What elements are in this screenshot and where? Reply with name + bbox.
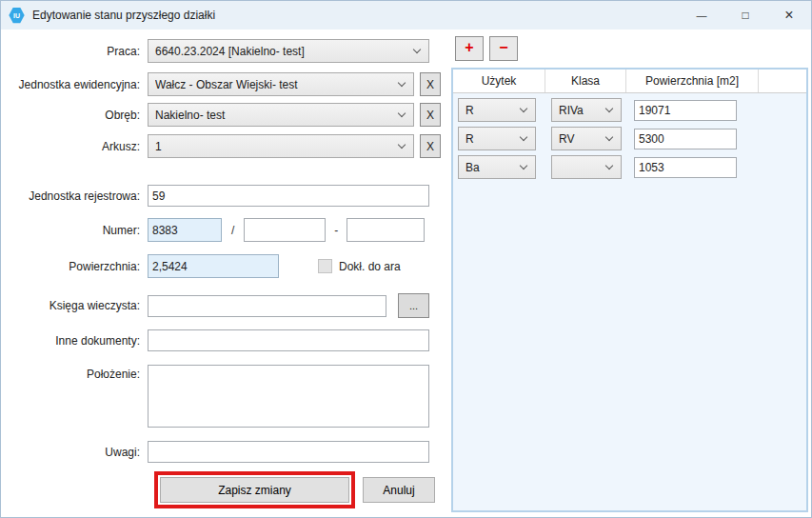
numer-separator-dash: - [334,224,338,237]
chevron-down-icon [520,162,527,169]
uzytki-panel: Użytek Klasa Powierzchnia [m2] R RIVa R … [451,68,808,512]
uwagi-input[interactable] [148,441,429,463]
uzytek-combobox[interactable]: Ba [458,155,536,179]
arkusz-label: Arkusz: [1,140,148,153]
field-row-uwagi: Uwagi: [1,441,451,463]
obreb-value: Nakielno- test [155,109,399,122]
numer-part3-input[interactable] [347,218,425,242]
dokl-do-ara-label: Dokł. do ara [339,260,401,273]
klasa-combobox[interactable]: RV [551,127,622,150]
table-header-row: Użytek Klasa Powierzchnia [m2] [453,70,806,93]
arkusz-value: 1 [155,140,399,153]
klasa-combobox[interactable] [551,155,622,179]
uzytek-value: Ba [465,161,521,174]
chevron-down-icon [398,79,406,87]
field-row-jednostka-ewidencyjna: Jednostka ewidencyjna: Wałcz - Obszar Wi… [1,72,451,96]
arkusz-clear-button[interactable]: X [420,134,441,158]
powierzchnia-m2-input[interactable] [634,129,737,149]
column-header-klasa: Klasa [545,70,626,92]
dialog-window: IU Edytowanie stanu przyszłego działki —… [0,0,812,518]
jednostka-ewidencyjna-clear-button[interactable]: X [420,72,441,96]
polozenie-textarea[interactable] [148,365,429,428]
titlebar: IU Edytowanie stanu przyszłego działki —… [1,1,811,30]
field-row-obreb: Obręb: Nakielno- test X [1,103,451,127]
table-row: R RIVa [453,98,806,122]
app-icon-text: IU [13,12,20,19]
numer-part1-input[interactable] [148,218,222,242]
uzytek-combobox[interactable]: R [458,127,536,150]
column-header-uzytek: Użytek [453,70,545,92]
chevron-down-icon [605,105,613,112]
column-header-powierzchnia: Powierzchnia [m2] [626,70,759,92]
row-toolbar: + − [455,36,518,61]
chevron-down-icon [605,162,613,169]
praca-value: 6640.23.2024 [Nakielno- test] [155,45,414,58]
field-row-inne-dokumenty: Inne dokumenty: [1,329,451,351]
ksiega-wieczysta-label: Księga wieczysta: [1,299,148,312]
field-row-numer: Numer: / - [1,218,451,242]
powierzchnia-m2-input[interactable] [634,100,737,121]
jednostka-ewidencyjna-label: Jednostka ewidencyjna: [1,78,148,91]
highlight-box: Zapisz zmiany [154,471,355,508]
maximize-icon: □ [742,9,748,22]
add-row-button[interactable]: + [455,36,484,61]
uzytek-value: R [465,132,521,146]
chevron-down-icon [520,133,527,141]
inne-dokumenty-label: Inne dokumenty: [1,334,148,348]
obreb-combobox[interactable]: Nakielno- test [148,103,414,127]
chevron-down-icon [398,110,406,117]
close-icon: × [784,7,793,24]
chevron-down-icon [520,105,527,112]
praca-combobox[interactable]: 6640.23.2024 [Nakielno- test] [148,39,429,63]
klasa-combobox[interactable]: RIVa [551,98,622,122]
cancel-button[interactable]: Anuluj [363,477,435,503]
arkusz-combobox[interactable]: 1 [148,134,414,158]
field-row-arkusz: Arkusz: 1 X [1,134,451,158]
field-row-ksiega-wieczysta: Księga wieczysta: ... [1,293,451,318]
chevron-down-icon [398,141,406,149]
powierzchnia-label: Powierzchnia: [1,260,148,273]
powierzchnia-m2-input[interactable] [634,157,737,178]
save-button[interactable]: Zapisz zmiany [160,477,349,503]
jednostka-ewidencyjna-combobox[interactable]: Wałcz - Obszar Wiejski- test [148,72,414,96]
remove-row-button[interactable]: − [489,36,518,61]
chevron-down-icon [413,46,421,53]
obreb-clear-button[interactable]: X [420,103,441,127]
praca-label: Praca: [1,45,148,58]
obreb-label: Obręb: [1,109,148,122]
chevron-down-icon [605,133,613,141]
minimize-button[interactable]: — [680,1,723,30]
numer-part2-input[interactable] [244,218,326,242]
table-row: R RV [453,127,806,150]
jednostka-rejestrowa-input[interactable] [148,185,429,207]
uzytek-combobox[interactable]: R [458,98,536,122]
table-row: Ba [453,155,806,179]
inne-dokumenty-input[interactable] [148,329,429,351]
maximize-button[interactable]: □ [723,1,767,30]
app-icon: IU [9,8,25,24]
jednostka-rejestrowa-label: Jednostka rejestrowa: [1,189,148,203]
field-row-praca: Praca: 6640.23.2024 [Nakielno- test] [1,39,451,63]
klasa-value: RIVa [559,104,606,117]
polozenie-label: Położenie: [1,365,148,381]
ksiega-wieczysta-input[interactable] [148,295,386,317]
field-row-powierzchnia: Powierzchnia: Dokł. do ara [1,254,451,278]
ksiega-wieczysta-browse-button[interactable]: ... [398,293,429,318]
field-row-polozenie: Położenie: [1,365,451,428]
column-header-spacer [759,70,806,92]
field-row-jednostka-rejestrowa: Jednostka rejestrowa: [1,185,451,207]
dokl-do-ara-checkbox[interactable] [318,259,332,273]
window-controls: — □ × [680,1,811,30]
numer-label: Numer: [1,224,148,237]
minus-icon: − [499,39,507,56]
minimize-icon: — [697,10,707,21]
uwagi-label: Uwagi: [1,446,148,459]
powierzchnia-input[interactable] [148,254,279,278]
numer-separator-slash: / [231,224,234,237]
uzytek-value: R [465,104,521,117]
plus-icon: + [465,39,473,56]
window-title: Edytowanie stanu przyszłego działki [32,9,215,22]
close-button[interactable]: × [767,1,811,30]
jednostka-ewidencyjna-value: Wałcz - Obszar Wiejski- test [155,78,399,91]
klasa-value: RV [559,132,606,146]
